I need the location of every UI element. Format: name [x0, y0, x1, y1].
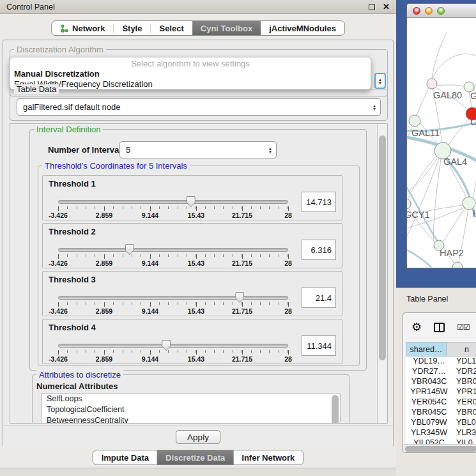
network-node[interactable]: [409, 115, 420, 127]
attribute-item-betweennesscentrality[interactable]: BetweennessCentrality: [42, 415, 340, 424]
cell-name[interactable]: YBL0: [452, 418, 476, 428]
cell-name[interactable]: YER0: [452, 397, 476, 408]
cell-name[interactable]: YPR1: [452, 387, 476, 397]
slider-handle[interactable]: [235, 292, 244, 303]
table-data-combobox[interactable]: galFiltered.sif default node ▲▼: [17, 98, 381, 116]
threshold-slider[interactable]: -3.4262.8599.14415.4321.71528: [58, 292, 288, 315]
tab-impute-data[interactable]: Impute Data: [93, 450, 157, 464]
threshold-value-field[interactable]: 21.4: [302, 288, 336, 308]
cell-shared-name[interactable]: YPR145W: [406, 387, 452, 397]
cell-shared-name[interactable]: YLR345W: [406, 428, 452, 438]
zoom-traffic-light[interactable]: [437, 7, 445, 15]
number-of-intervals-combobox[interactable]: 5 ▲▼: [119, 141, 277, 158]
threshold-slider[interactable]: -3.4262.8599.14415.4321.71528: [58, 196, 288, 219]
panel-scrollbar[interactable]: [377, 124, 387, 423]
network-node[interactable]: [463, 197, 475, 210]
tab-discretize-data[interactable]: Discretize Data: [157, 450, 233, 464]
cell-name[interactable]: YLR3: [452, 428, 476, 438]
tab-infer-network[interactable]: Infer Network: [233, 450, 303, 464]
threshold-slider[interactable]: -3.4262.8599.14415.4321.71528: [58, 244, 288, 267]
tab-style[interactable]: Style: [114, 21, 150, 35]
cell-shared-name[interactable]: YDL19…: [406, 357, 452, 367]
table-row[interactable]: YPR145WYPR1: [406, 387, 476, 397]
attribute-item-selfloops[interactable]: SelfLoops: [42, 394, 340, 404]
float-window-icon[interactable]: [369, 4, 375, 10]
tab-network[interactable]: Network: [52, 21, 113, 35]
cell-name[interactable]: YDR2: [452, 367, 476, 377]
table-row[interactable]: YER054CYER0: [406, 397, 476, 408]
table-panel: Table Panel ⚙ ☑☑ shared… n YDL19…YDL1YDR…: [396, 288, 476, 476]
table-horizontal-scrollbar[interactable]: [403, 444, 476, 452]
tab-label: Infer Network: [242, 453, 295, 463]
threshold-value-field[interactable]: 6.316: [302, 240, 336, 260]
network-edge[interactable]: [407, 158, 439, 242]
split-view-icon[interactable]: [434, 323, 445, 332]
network-edge[interactable]: [417, 88, 429, 116]
slider-tick-label: 21.715: [232, 211, 252, 219]
scrollbar-thumb[interactable]: [405, 446, 476, 452]
cell-shared-name[interactable]: YDR27…: [406, 367, 452, 377]
table-row[interactable]: YDR27…YDR2: [406, 367, 476, 377]
network-node[interactable]: [407, 199, 411, 209]
cell-name[interactable]: YBR0: [452, 408, 476, 418]
gear-icon[interactable]: ⚙: [411, 321, 422, 333]
slider-track[interactable]: [58, 200, 288, 204]
threshold-slider[interactable]: -3.4262.8599.14415.4321.71528: [58, 340, 288, 363]
network-edge[interactable]: [432, 32, 447, 79]
cell-name[interactable]: YBR0: [452, 377, 476, 387]
network-edge[interactable]: [449, 119, 469, 145]
network-edge[interactable]: [436, 85, 464, 86]
table-row[interactable]: YBL079WYBL0: [406, 418, 476, 428]
cell-shared-name[interactable]: YBR043C: [406, 377, 452, 387]
table-row[interactable]: YDL19…YDL1: [406, 357, 476, 367]
cell-shared-name[interactable]: YER054C: [406, 397, 452, 408]
minimize-traffic-light[interactable]: [425, 7, 433, 15]
select-columns-icon[interactable]: ☑☑: [457, 323, 470, 332]
network-node[interactable]: [427, 79, 437, 89]
list-scrollbar[interactable]: [332, 395, 339, 424]
apply-button[interactable]: Apply: [176, 430, 220, 444]
column-header-name[interactable]: n: [447, 342, 476, 357]
slider-handle[interactable]: [162, 340, 171, 351]
control-panel-titlebar: Control Panel ✕: [0, 0, 396, 14]
column-header-shared-name[interactable]: shared…: [406, 342, 447, 357]
attribute-item-topologicalcoefficient[interactable]: TopologicalCoefficient: [42, 404, 340, 415]
network-canvas[interactable]: GAL80GCGAL11GAL4GCY1HHAP2: [407, 18, 476, 268]
slider-track[interactable]: [58, 296, 288, 300]
group-title: Table Data: [14, 84, 59, 94]
slider-major-tick: [242, 206, 243, 211]
scrollbar-thumb[interactable]: [379, 135, 386, 360]
cell-name[interactable]: YDL1: [452, 357, 476, 367]
network-edge-highlighted[interactable]: [407, 248, 431, 267]
network-edge[interactable]: [434, 159, 441, 240]
popup-option-manual-discretization[interactable]: Manual Discretization: [10, 69, 371, 79]
table-row[interactable]: YLR345WYLR3: [406, 428, 476, 438]
slider-track[interactable]: [58, 344, 288, 348]
tab-jactivemnodules[interactable]: jActiveMNodules: [261, 21, 344, 35]
cell-shared-name[interactable]: YBL079W: [406, 418, 452, 428]
algorithm-dropdown-popup: Select algorithm to view settings Manual…: [10, 57, 371, 90]
popup-option-equal-width-frequency-discretization[interactable]: Equal Width/Frequency Discretization: [10, 79, 371, 89]
network-window-titlebar[interactable]: [407, 4, 476, 18]
numerical-attributes-list[interactable]: SelfLoopsTopologicalCoefficientBetweenne…: [42, 393, 341, 424]
table-row[interactable]: YBR045CYBR0: [406, 408, 476, 418]
cell-shared-name[interactable]: YBR045C: [406, 408, 452, 418]
table-row[interactable]: YBR043CYBR0: [406, 377, 476, 387]
slider-handle[interactable]: [187, 196, 196, 207]
close-traffic-light[interactable]: [413, 7, 420, 15]
network-edge[interactable]: [432, 54, 476, 79]
slider-major-tick: [196, 350, 197, 355]
node-label: H: [473, 208, 476, 219]
node-label: GAL4: [443, 157, 467, 167]
algorithm-combobox-stepper[interactable]: ▲▼: [374, 73, 386, 89]
tab-select[interactable]: Select: [151, 21, 192, 35]
slider-handle[interactable]: [125, 244, 134, 255]
tab-cyni-toolbox[interactable]: Cyni Toolbox: [192, 21, 261, 35]
slider-tick-label: 15.43: [188, 211, 204, 219]
slider-track[interactable]: [58, 248, 288, 252]
network-edge[interactable]: [473, 162, 476, 197]
threshold-value-field[interactable]: 11.344: [302, 335, 336, 356]
network-edge[interactable]: [443, 208, 465, 242]
close-window-icon[interactable]: ✕: [383, 4, 390, 10]
threshold-value-field[interactable]: 14.713: [302, 192, 336, 212]
